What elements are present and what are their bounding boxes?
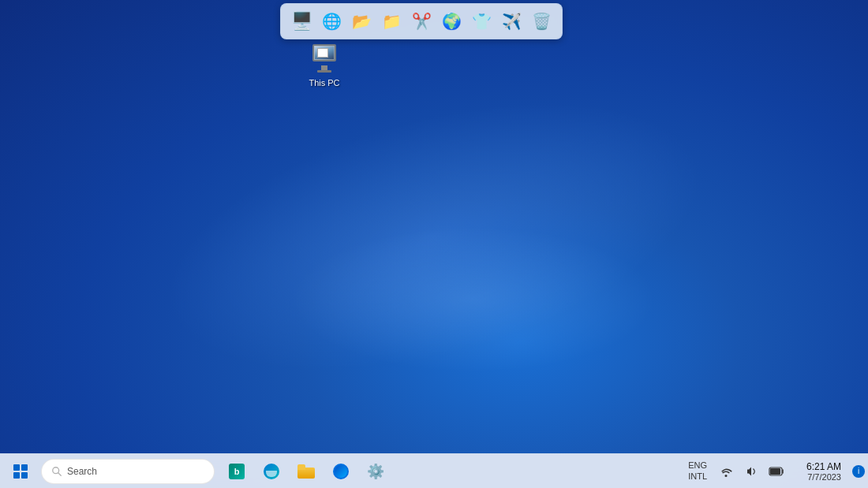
toolbar-folder-open[interactable]: 📂	[347, 7, 376, 35]
this-pc-icon-image	[309, 43, 340, 75]
volume-tray-icon[interactable]	[740, 460, 762, 482]
taskbar-settings[interactable]: ⚙️	[360, 456, 391, 487]
svg-rect-3	[770, 468, 780, 475]
toolbar-files[interactable]: 📁	[377, 7, 406, 35]
start-button[interactable]	[3, 454, 38, 489]
system-clock[interactable]: 6:21 AM 7/7/2023	[792, 460, 847, 483]
locale-code: INTL	[688, 471, 707, 482]
taskbar-pinned-apps: b ⚙️	[221, 456, 391, 487]
language-indicator[interactable]: ENG INTL	[685, 459, 710, 482]
taskbar-bing[interactable]: b	[221, 456, 253, 487]
tools-symbol: ✂️	[412, 12, 432, 31]
globe-symbol: 🌐	[322, 12, 342, 31]
shirt-symbol: 👕	[472, 12, 492, 31]
top-toolbar: 🖥️ 🌐 📂 📁 ✂️ 🌍 👕 ✈️ 🗑️	[280, 3, 563, 39]
search-icon	[51, 466, 62, 477]
this-pc-label: This PC	[309, 78, 339, 88]
info-icon: i	[858, 467, 859, 475]
volume-icon	[745, 465, 758, 478]
monitor-icon-shape	[309, 44, 339, 74]
search-bar[interactable]: Search	[41, 459, 215, 484]
plane-symbol: ✈️	[502, 12, 522, 31]
taskbar-network[interactable]	[325, 456, 357, 487]
toolbar-tools[interactable]: ✂️	[407, 7, 436, 35]
folder-open-symbol: 📂	[352, 12, 372, 31]
toolbar-plane[interactable]: ✈️	[497, 7, 526, 35]
toolbar-earth[interactable]: 🌍	[437, 7, 466, 35]
desktop: 🖥️ 🌐 📂 📁 ✂️ 🌍 👕 ✈️ 🗑️	[0, 0, 868, 488]
language-code: ENG	[688, 460, 707, 471]
svg-line-1	[58, 472, 62, 475]
toolbar-globe-icon[interactable]: 🌐	[317, 7, 346, 35]
battery-tray-icon[interactable]	[765, 460, 788, 482]
clock-time: 6:21 AM	[806, 461, 841, 472]
info-badge[interactable]: i	[852, 465, 865, 478]
wifi-tray-icon[interactable]	[715, 460, 737, 482]
earth-symbol: 🌍	[442, 12, 462, 31]
tray-icons-group	[715, 460, 788, 482]
settings-gear-icon: ⚙️	[367, 463, 384, 480]
battery-icon	[769, 466, 784, 477]
taskbar-edge[interactable]	[256, 456, 287, 487]
wifi-icon	[720, 465, 732, 478]
bing-icon-shape: b	[229, 464, 245, 479]
files-symbol: 📁	[382, 12, 402, 31]
edge-icon-shape	[264, 464, 279, 479]
taskbar: Search b ⚙️	[0, 453, 868, 488]
trash-symbol: 🗑️	[532, 12, 552, 31]
desktop-icon-this-pc[interactable]: This PC	[297, 43, 352, 88]
search-label: Search	[67, 466, 97, 477]
toolbar-trash[interactable]: 🗑️	[527, 7, 556, 35]
windows-logo	[13, 464, 28, 479]
folder-icon-shape	[297, 464, 315, 479]
clock-date: 7/7/2023	[807, 472, 841, 482]
taskbar-file-explorer[interactable]	[290, 456, 322, 487]
network-icon-shape	[333, 464, 349, 479]
toolbar-shirt[interactable]: 👕	[467, 7, 496, 35]
system-tray: ENG INTL	[685, 459, 868, 482]
toolbar-this-pc[interactable]: 🖥️	[287, 7, 316, 35]
